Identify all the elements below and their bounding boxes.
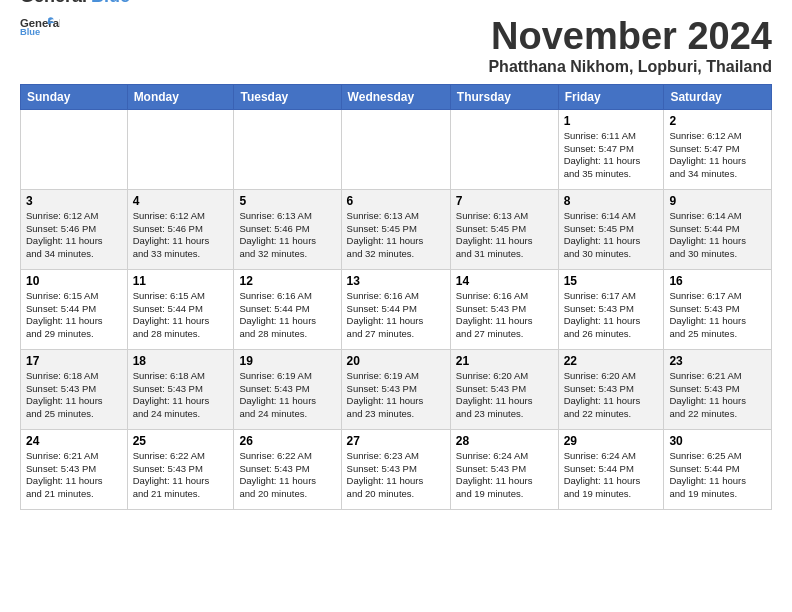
table-row: 8Sunrise: 6:14 AM Sunset: 5:45 PM Daylig…	[558, 189, 664, 269]
day-info: Sunrise: 6:20 AM Sunset: 5:43 PM Dayligh…	[456, 370, 553, 421]
table-row: 4Sunrise: 6:12 AM Sunset: 5:46 PM Daylig…	[127, 189, 234, 269]
header-thursday: Thursday	[450, 84, 558, 109]
table-row	[127, 109, 234, 189]
page-container: General Blue General Blue November 2024 …	[0, 0, 792, 520]
svg-text:Blue: Blue	[20, 27, 40, 36]
table-row: 20Sunrise: 6:19 AM Sunset: 5:43 PM Dayli…	[341, 349, 450, 429]
day-number: 21	[456, 354, 553, 368]
day-number: 5	[239, 194, 335, 208]
day-info: Sunrise: 6:15 AM Sunset: 5:44 PM Dayligh…	[26, 290, 122, 341]
table-row: 13Sunrise: 6:16 AM Sunset: 5:44 PM Dayli…	[341, 269, 450, 349]
table-row: 11Sunrise: 6:15 AM Sunset: 5:44 PM Dayli…	[127, 269, 234, 349]
table-row: 2Sunrise: 6:12 AM Sunset: 5:47 PM Daylig…	[664, 109, 772, 189]
table-row: 14Sunrise: 6:16 AM Sunset: 5:43 PM Dayli…	[450, 269, 558, 349]
header-friday: Friday	[558, 84, 664, 109]
day-number: 29	[564, 434, 659, 448]
day-number: 15	[564, 274, 659, 288]
day-info: Sunrise: 6:13 AM Sunset: 5:45 PM Dayligh…	[456, 210, 553, 261]
day-number: 22	[564, 354, 659, 368]
day-number: 28	[456, 434, 553, 448]
table-row: 28Sunrise: 6:24 AM Sunset: 5:43 PM Dayli…	[450, 429, 558, 509]
day-number: 10	[26, 274, 122, 288]
table-row: 12Sunrise: 6:16 AM Sunset: 5:44 PM Dayli…	[234, 269, 341, 349]
day-info: Sunrise: 6:18 AM Sunset: 5:43 PM Dayligh…	[133, 370, 229, 421]
day-number: 11	[133, 274, 229, 288]
day-number: 13	[347, 274, 445, 288]
logo-general: General	[20, 0, 87, 7]
day-info: Sunrise: 6:24 AM Sunset: 5:44 PM Dayligh…	[564, 450, 659, 501]
day-info: Sunrise: 6:11 AM Sunset: 5:47 PM Dayligh…	[564, 130, 659, 181]
day-number: 24	[26, 434, 122, 448]
day-info: Sunrise: 6:21 AM Sunset: 5:43 PM Dayligh…	[26, 450, 122, 501]
title-block: November 2024 Phatthana Nikhom, Lopburi,…	[488, 16, 772, 76]
header-wednesday: Wednesday	[341, 84, 450, 109]
table-row: 6Sunrise: 6:13 AM Sunset: 5:45 PM Daylig…	[341, 189, 450, 269]
day-info: Sunrise: 6:14 AM Sunset: 5:45 PM Dayligh…	[564, 210, 659, 261]
logo-icon: General Blue	[20, 16, 60, 36]
header-saturday: Saturday	[664, 84, 772, 109]
day-number: 14	[456, 274, 553, 288]
day-info: Sunrise: 6:17 AM Sunset: 5:43 PM Dayligh…	[564, 290, 659, 341]
day-info: Sunrise: 6:19 AM Sunset: 5:43 PM Dayligh…	[239, 370, 335, 421]
month-title: November 2024	[488, 16, 772, 58]
day-info: Sunrise: 6:16 AM Sunset: 5:44 PM Dayligh…	[347, 290, 445, 341]
table-row: 18Sunrise: 6:18 AM Sunset: 5:43 PM Dayli…	[127, 349, 234, 429]
day-info: Sunrise: 6:21 AM Sunset: 5:43 PM Dayligh…	[669, 370, 766, 421]
table-row: 5Sunrise: 6:13 AM Sunset: 5:46 PM Daylig…	[234, 189, 341, 269]
day-info: Sunrise: 6:22 AM Sunset: 5:43 PM Dayligh…	[239, 450, 335, 501]
day-number: 2	[669, 114, 766, 128]
table-row: 1Sunrise: 6:11 AM Sunset: 5:47 PM Daylig…	[558, 109, 664, 189]
day-number: 17	[26, 354, 122, 368]
day-number: 30	[669, 434, 766, 448]
calendar-week-2: 3Sunrise: 6:12 AM Sunset: 5:46 PM Daylig…	[21, 189, 772, 269]
table-row: 9Sunrise: 6:14 AM Sunset: 5:44 PM Daylig…	[664, 189, 772, 269]
calendar-week-3: 10Sunrise: 6:15 AM Sunset: 5:44 PM Dayli…	[21, 269, 772, 349]
day-info: Sunrise: 6:16 AM Sunset: 5:44 PM Dayligh…	[239, 290, 335, 341]
table-row	[341, 109, 450, 189]
table-row: 25Sunrise: 6:22 AM Sunset: 5:43 PM Dayli…	[127, 429, 234, 509]
day-info: Sunrise: 6:22 AM Sunset: 5:43 PM Dayligh…	[133, 450, 229, 501]
table-row	[234, 109, 341, 189]
day-number: 18	[133, 354, 229, 368]
calendar-week-1: 1Sunrise: 6:11 AM Sunset: 5:47 PM Daylig…	[21, 109, 772, 189]
day-number: 12	[239, 274, 335, 288]
table-row: 24Sunrise: 6:21 AM Sunset: 5:43 PM Dayli…	[21, 429, 128, 509]
day-number: 6	[347, 194, 445, 208]
day-number: 8	[564, 194, 659, 208]
calendar-table: Sunday Monday Tuesday Wednesday Thursday…	[20, 84, 772, 510]
location: Phatthana Nikhom, Lopburi, Thailand	[488, 58, 772, 76]
day-info: Sunrise: 6:13 AM Sunset: 5:45 PM Dayligh…	[347, 210, 445, 261]
table-row: 23Sunrise: 6:21 AM Sunset: 5:43 PM Dayli…	[664, 349, 772, 429]
table-row	[21, 109, 128, 189]
calendar-header-row: Sunday Monday Tuesday Wednesday Thursday…	[21, 84, 772, 109]
calendar-week-5: 24Sunrise: 6:21 AM Sunset: 5:43 PM Dayli…	[21, 429, 772, 509]
day-info: Sunrise: 6:12 AM Sunset: 5:46 PM Dayligh…	[26, 210, 122, 261]
header-tuesday: Tuesday	[234, 84, 341, 109]
header: General Blue General Blue November 2024 …	[20, 16, 772, 76]
day-info: Sunrise: 6:25 AM Sunset: 5:44 PM Dayligh…	[669, 450, 766, 501]
day-info: Sunrise: 6:19 AM Sunset: 5:43 PM Dayligh…	[347, 370, 445, 421]
day-info: Sunrise: 6:15 AM Sunset: 5:44 PM Dayligh…	[133, 290, 229, 341]
table-row: 7Sunrise: 6:13 AM Sunset: 5:45 PM Daylig…	[450, 189, 558, 269]
day-info: Sunrise: 6:20 AM Sunset: 5:43 PM Dayligh…	[564, 370, 659, 421]
table-row: 15Sunrise: 6:17 AM Sunset: 5:43 PM Dayli…	[558, 269, 664, 349]
table-row: 3Sunrise: 6:12 AM Sunset: 5:46 PM Daylig…	[21, 189, 128, 269]
header-monday: Monday	[127, 84, 234, 109]
table-row: 16Sunrise: 6:17 AM Sunset: 5:43 PM Dayli…	[664, 269, 772, 349]
day-info: Sunrise: 6:17 AM Sunset: 5:43 PM Dayligh…	[669, 290, 766, 341]
day-info: Sunrise: 6:13 AM Sunset: 5:46 PM Dayligh…	[239, 210, 335, 261]
day-number: 1	[564, 114, 659, 128]
bird-logo-icon	[134, 0, 156, 4]
table-row: 10Sunrise: 6:15 AM Sunset: 5:44 PM Dayli…	[21, 269, 128, 349]
day-number: 9	[669, 194, 766, 208]
day-number: 7	[456, 194, 553, 208]
day-info: Sunrise: 6:14 AM Sunset: 5:44 PM Dayligh…	[669, 210, 766, 261]
day-info: Sunrise: 6:18 AM Sunset: 5:43 PM Dayligh…	[26, 370, 122, 421]
day-number: 3	[26, 194, 122, 208]
table-row	[450, 109, 558, 189]
day-number: 27	[347, 434, 445, 448]
table-row: 29Sunrise: 6:24 AM Sunset: 5:44 PM Dayli…	[558, 429, 664, 509]
calendar-week-4: 17Sunrise: 6:18 AM Sunset: 5:43 PM Dayli…	[21, 349, 772, 429]
day-info: Sunrise: 6:12 AM Sunset: 5:46 PM Dayligh…	[133, 210, 229, 261]
day-number: 25	[133, 434, 229, 448]
